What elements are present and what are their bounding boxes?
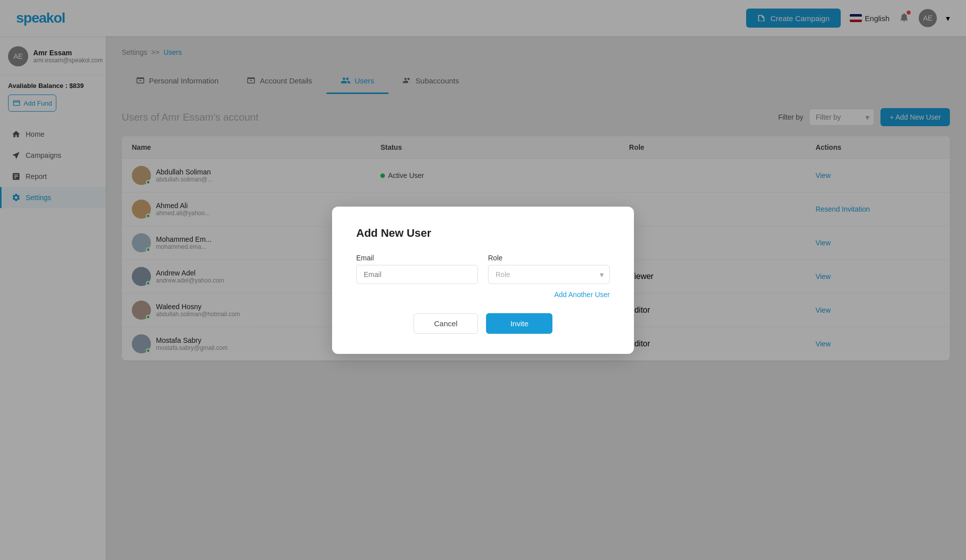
add-user-modal: Add New User Email Role Role Viewer Edit… <box>332 207 634 354</box>
modal-title: Add New User <box>356 227 610 240</box>
role-select[interactable]: Role Viewer Editor Admin <box>488 265 610 284</box>
role-field-wrapper: Role Role Viewer Editor Admin <box>488 254 610 284</box>
role-label: Role <box>488 254 610 262</box>
role-select-wrapper: Role Viewer Editor Admin <box>488 265 610 284</box>
invite-button[interactable]: Invite <box>486 313 552 334</box>
email-label: Email <box>356 254 478 262</box>
modal-overlay[interactable]: Add New User Email Role Role Viewer Edit… <box>0 0 966 560</box>
modal-actions: Cancel Invite <box>356 313 610 334</box>
email-field-wrapper: Email <box>356 254 478 284</box>
cancel-button[interactable]: Cancel <box>414 313 478 334</box>
email-input[interactable] <box>356 265 478 284</box>
add-another-wrapper: Add Another User <box>356 290 610 299</box>
add-another-link[interactable]: Add Another User <box>554 291 610 299</box>
modal-fields: Email Role Role Viewer Editor Admin <box>356 254 610 284</box>
